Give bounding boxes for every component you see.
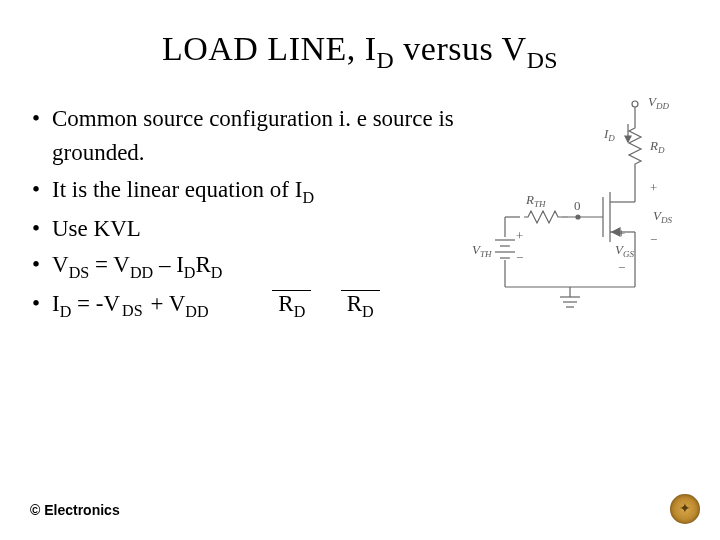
svg-text:−: − [650, 232, 657, 247]
slide: LOAD LINE, ID versus VDS Common source c… [0, 0, 720, 540]
eq-sub: DS [69, 264, 90, 281]
slide-title: LOAD LINE, ID versus VDS [30, 30, 690, 74]
svg-text:+: + [618, 226, 625, 241]
fraction-denominator: RD RD [272, 287, 379, 324]
eq-seg: V [52, 252, 69, 277]
bullet-list: Common source configuration i. e source … [30, 102, 460, 326]
title-mid: versus V [394, 30, 526, 67]
denom-seg: RD [341, 290, 380, 316]
svg-point-0 [632, 101, 638, 107]
eq-sub: D [211, 264, 223, 281]
eq-sub: DD [130, 264, 153, 281]
svg-text:RTH: RTH [525, 192, 546, 209]
bullet-text: Common source configuration i. e source … [52, 106, 454, 166]
bullet-item: Common source configuration i. e source … [30, 102, 460, 171]
bullet-item: Use KVL [30, 212, 460, 247]
svg-text:VDS: VDS [653, 208, 672, 225]
svg-text:−: − [618, 260, 625, 275]
content-row: Common source configuration i. e source … [30, 102, 690, 326]
svg-text:RD: RD [649, 138, 665, 155]
svg-text:ID: ID [603, 126, 615, 143]
eq-seg: R [195, 252, 210, 277]
footer-copyright: © Electronics [30, 502, 120, 518]
svg-text:0: 0 [574, 198, 581, 213]
title-pre: LOAD LINE, I [162, 30, 377, 67]
eq-seg: – I [153, 252, 184, 277]
svg-text:+: + [516, 228, 523, 243]
svg-text:VTH: VTH [472, 242, 492, 259]
eq-sub: D [184, 264, 196, 281]
circuit-svg: VDD ID RD RTH VTH VGS VDS 0 + − + − + − [470, 92, 690, 322]
bullet-item: VDS = VDD – IDRD [30, 248, 460, 285]
eq-sub: DD [185, 302, 208, 319]
svg-text:VGS: VGS [615, 242, 634, 259]
circuit-diagram: VDD ID RD RTH VTH VGS VDS 0 + − + − + − [470, 92, 690, 322]
bullet-text: Use KVL [52, 216, 141, 241]
eq-seg: = V [89, 252, 130, 277]
svg-text:−: − [516, 250, 523, 265]
eq-sub: D [60, 302, 72, 319]
bullet-item: It is the linear equation of ID [30, 173, 460, 210]
eq-seg: I [52, 291, 60, 316]
svg-point-23 [576, 215, 580, 219]
svg-text:+: + [650, 180, 657, 195]
denom-seg: RD [272, 290, 311, 316]
eq-sub: DS [120, 299, 145, 323]
title-sub1: D [377, 47, 395, 73]
eq-seg: = -V [71, 291, 120, 316]
bullet-text: It is the linear equation of I [52, 177, 302, 202]
emblem-icon [670, 494, 700, 524]
eq-seg: + V [145, 291, 186, 316]
bullet-sub: D [302, 188, 314, 205]
bullet-item: ID = -VDS + VDD RD RD [30, 287, 460, 324]
svg-text:VDD: VDD [648, 94, 669, 111]
title-sub2: DS [527, 47, 558, 73]
